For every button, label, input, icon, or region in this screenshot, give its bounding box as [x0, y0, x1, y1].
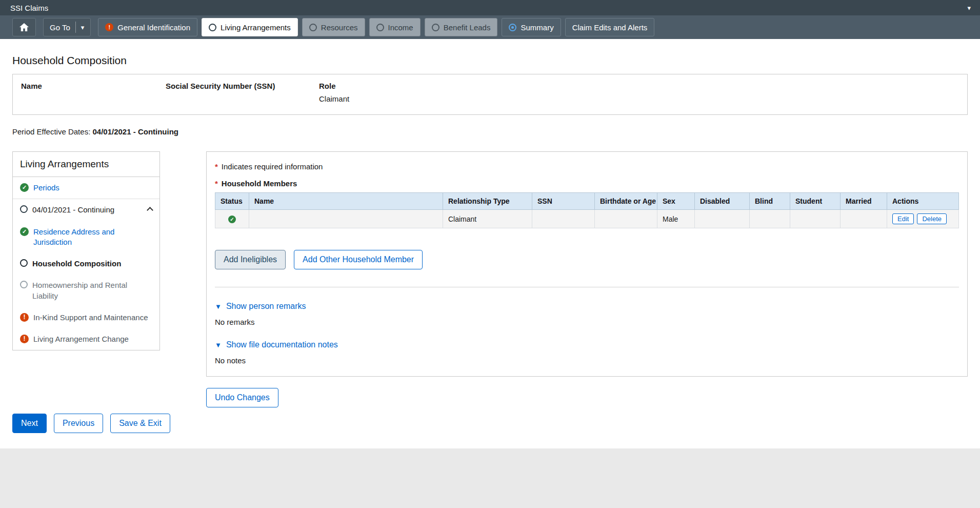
delete-button[interactable]: Delete — [917, 213, 947, 224]
household-composition-panel: *Indicates required information *Househo… — [206, 151, 968, 377]
radio-icon — [209, 24, 216, 31]
sidebar-item-label: Living Arrangement Change — [33, 334, 129, 344]
check-circle-icon: ✓ — [228, 216, 236, 223]
col-sex: Sex — [657, 193, 695, 210]
col-status: Status — [215, 193, 249, 210]
blind-cell — [750, 210, 790, 228]
notes-empty-text: No notes — [215, 356, 959, 365]
main-nav: Go To ▾ ! General Identification Living … — [0, 15, 980, 39]
sidebar-item-label[interactable]: Periods — [33, 183, 59, 193]
sex-cell: Male — [657, 210, 695, 228]
household-members-title: *Household Members — [215, 179, 959, 188]
sidebar-item-period-group[interactable]: 04/01/2021 - Continuing — [13, 199, 159, 221]
undo-changes-button[interactable]: Undo Changes — [206, 388, 278, 407]
nav-tabs: ! General Identification Living Arrangem… — [98, 18, 654, 36]
status-cell: ✓ — [215, 210, 249, 228]
tab-label: Summary — [521, 23, 553, 32]
ssn-label: Social Security Number (SSN) — [166, 82, 319, 90]
home-button[interactable] — [12, 18, 36, 36]
student-cell — [790, 210, 841, 228]
household-members-table: Status Name Relationship Type SSN Birthd… — [215, 192, 959, 228]
table-row: ✓ Claimant Male EditDelete — [215, 210, 959, 228]
period-effective-dates: Period Effective Dates: 04/01/2021 - Con… — [12, 127, 968, 136]
undo-row: Undo Changes — [206, 388, 968, 407]
titlebar-collapse-icon[interactable]: ▾ — [967, 5, 971, 11]
footer-band — [0, 448, 980, 508]
sidebar-item-in-kind-support[interactable]: ! In-Kind Support and Maintenance — [13, 307, 159, 328]
period-value: 04/01/2021 - Continuing — [92, 127, 178, 136]
living-arrangements-sidebar: Living Arrangements ✓ Periods 04/01/2021… — [12, 151, 160, 350]
panel-divider — [215, 287, 959, 287]
tab-summary[interactable]: Summary — [502, 18, 561, 36]
sidebar-item-periods[interactable]: ✓ Periods — [13, 177, 159, 199]
remarks-empty-text: No remarks — [215, 318, 959, 326]
married-cell — [841, 210, 887, 228]
ssn-cell — [532, 210, 595, 228]
actions-cell: EditDelete — [887, 210, 959, 228]
required-information-note: *Indicates required information — [215, 162, 959, 171]
required-note-text: Indicates required information — [222, 162, 323, 171]
tab-general-identification[interactable]: ! General Identification — [98, 18, 197, 36]
goto-dropdown[interactable]: Go To ▾ — [43, 18, 91, 36]
add-ineligibles-button[interactable]: Add Ineligibles — [215, 250, 286, 269]
role-value: Claimant — [319, 94, 959, 103]
tab-label: Income — [388, 23, 413, 32]
expand-down-icon: ▼ — [215, 342, 222, 348]
tab-label: Living Arrangements — [221, 23, 291, 32]
sidebar-item-label: Household Composition — [32, 259, 121, 269]
check-circle-icon: ✓ — [20, 183, 29, 192]
radio-icon — [376, 24, 384, 31]
app-title: SSI Claims — [10, 4, 48, 12]
tab-label: Claim Edits and Alerts — [572, 23, 648, 32]
file-documentation-notes-toggle[interactable]: ▼ Show file documentation notes — [215, 340, 959, 349]
sidebar-item-household-composition[interactable]: Household Composition — [13, 253, 159, 275]
tab-benefit-leads[interactable]: Benefit Leads — [425, 18, 498, 36]
page-content: Household Composition Name Social Securi… — [0, 54, 980, 433]
relationship-cell: Claimant — [443, 210, 532, 228]
person-remarks-link[interactable]: Show person remarks — [226, 302, 306, 311]
save-and-exit-button[interactable]: Save & Exit — [110, 414, 170, 433]
radio-icon — [20, 259, 28, 267]
sidebar-item-label[interactable]: Residence Address and Jurisdiction — [33, 227, 136, 248]
sidebar-item-homeownership[interactable]: Homeownership and Rental Liability — [13, 275, 159, 307]
sidebar-item-label: Homeownership and Rental Liability — [32, 280, 135, 301]
table-header-row: Status Name Relationship Type SSN Birthd… — [215, 193, 959, 210]
person-ssn-column: Social Security Number (SSN) — [166, 82, 319, 103]
col-birthdate-or-age: Birthdate or Age — [595, 193, 657, 210]
radio-icon — [432, 24, 439, 31]
col-relationship-type: Relationship Type — [443, 193, 532, 210]
col-student: Student — [790, 193, 841, 210]
file-documentation-notes-link[interactable]: Show file documentation notes — [226, 340, 338, 349]
tab-income[interactable]: Income — [369, 18, 421, 36]
warning-icon: ! — [105, 23, 113, 31]
sidebar-item-living-arrangement-change[interactable]: ! Living Arrangement Change — [13, 328, 159, 350]
edit-button[interactable]: Edit — [892, 213, 914, 224]
chevron-up-icon[interactable] — [147, 207, 153, 213]
sidebar-item-residence-address[interactable]: ✓ Residence Address and Jurisdiction — [13, 221, 159, 253]
name-label: Name — [21, 82, 166, 90]
person-summary: Name Social Security Number (SSN) Role C… — [12, 74, 968, 115]
radio-icon — [20, 205, 28, 213]
period-label: Period Effective Dates: — [12, 127, 90, 136]
col-name: Name — [249, 193, 443, 210]
radio-selected-icon — [509, 24, 516, 31]
disabled-cell — [695, 210, 750, 228]
radio-icon — [20, 281, 28, 288]
next-button[interactable]: Next — [12, 414, 47, 433]
tab-claim-edits-and-alerts[interactable]: Claim Edits and Alerts — [565, 18, 655, 36]
tab-resources[interactable]: Resources — [302, 18, 365, 36]
wizard-buttons-row: Next Previous Save & Exit — [12, 414, 968, 433]
name-cell — [249, 210, 443, 228]
previous-button[interactable]: Previous — [54, 414, 103, 433]
sidebar-title: Living Arrangements — [13, 152, 159, 177]
home-icon — [19, 23, 29, 31]
required-asterisk: * — [215, 162, 218, 171]
required-asterisk: * — [215, 179, 218, 188]
add-other-household-member-button[interactable]: Add Other Household Member — [294, 250, 423, 269]
tab-label: General Identification — [117, 23, 190, 32]
warning-icon: ! — [20, 313, 29, 322]
role-label: Role — [319, 82, 959, 90]
tab-living-arrangements[interactable]: Living Arrangements — [202, 18, 298, 36]
radio-icon — [309, 24, 317, 31]
person-remarks-toggle[interactable]: ▼ Show person remarks — [215, 302, 959, 311]
